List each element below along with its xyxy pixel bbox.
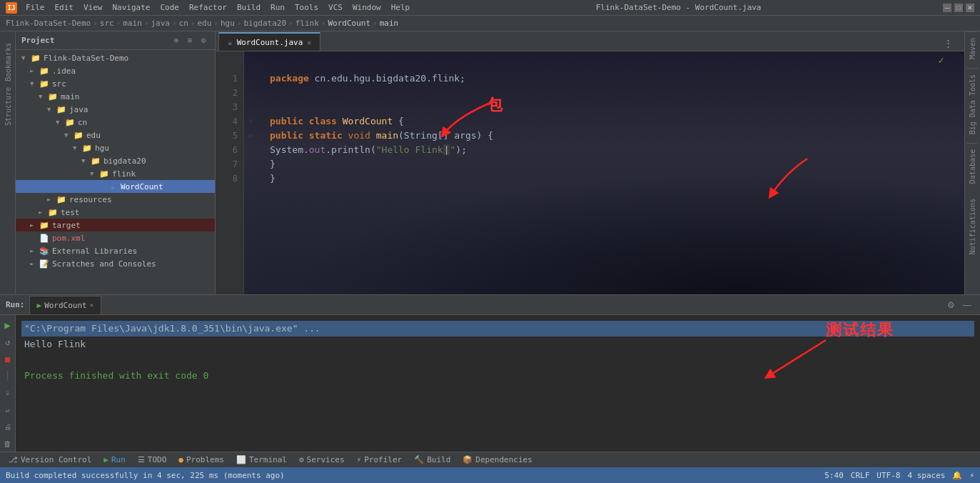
menu-bar: File Edit View Navigate Code Refactor Bu… (21, 2, 414, 13)
breadcrumb-part-1[interactable]: src (100, 19, 114, 28)
editor-tabs: ☕ WordCount.java ✕ ⋮ (216, 31, 964, 51)
panel-locate-icon[interactable]: ⊕ (171, 35, 182, 46)
bottom-tab-profiler-label: Profiler (364, 455, 402, 464)
tree-root[interactable]: ▼ 📁 Flink-DataSet-Demo (16, 51, 215, 64)
run-play-icon[interactable]: ▶ (1, 318, 15, 332)
bottom-tab-terminal[interactable]: ⬜ Terminal (231, 453, 293, 467)
code-line-5: public static void main(String[] args) { (270, 129, 953, 143)
run-tab-label: WordCount (44, 301, 87, 310)
run-tab-close-icon[interactable]: ✕ (90, 302, 94, 309)
tree-item-edu[interactable]: ▼ 📁 edu (16, 129, 215, 141)
code-line-7: } (270, 157, 953, 171)
breadcrumb-part-2[interactable]: main (123, 19, 142, 28)
project-panel-title: Project (21, 36, 54, 45)
right-sidebar: Maven Big Data Tools Database Notificati… (964, 31, 980, 294)
maximize-button[interactable]: □ (954, 4, 963, 12)
panel-settings-icon[interactable]: ⚙ (198, 35, 209, 46)
breadcrumb-part-5[interactable]: edu (197, 19, 211, 28)
tree-item-scratches[interactable]: ► 📝 Scratches and Consoles (16, 257, 215, 270)
run-icon: ▶ (103, 455, 108, 464)
tree-item-src[interactable]: ▼ 📁 src (16, 77, 215, 90)
tree-item-bigdata20[interactable]: ▼ 📁 bigdata20 (16, 154, 215, 167)
menu-help[interactable]: Help (387, 2, 415, 13)
services-icon: ⚙ (299, 455, 304, 464)
breadcrumb-part-0[interactable]: Flink-DataSet-Demo (6, 19, 91, 28)
status-charset: UTF-8 (877, 471, 900, 480)
menu-code[interactable]: Code (156, 2, 183, 13)
menu-file[interactable]: File (21, 2, 49, 13)
tree-item-wordcount[interactable]: ☕ WordCount (16, 180, 215, 193)
bottom-tab-services[interactable]: ⚙ Services (293, 453, 350, 467)
bookmarks-icon[interactable]: Bookmarks (1, 56, 14, 69)
menu-refactor[interactable]: Refactor (185, 2, 231, 13)
status-notification-icon[interactable]: 🔔 (952, 471, 962, 480)
editor-tab-wordcount[interactable]: ☕ WordCount.java ✕ (218, 32, 320, 51)
editor-body: 1 2 3 4 5 6 7 8 ▶ ▶ (216, 51, 964, 294)
menu-tools[interactable]: Tools (291, 2, 323, 13)
tree-item-idea[interactable]: ► 📁 .idea (16, 64, 215, 77)
tree-item-cn[interactable]: ▼ 📁 cn (16, 116, 215, 129)
breadcrumb-part-4[interactable]: cn (179, 19, 188, 28)
bottom-tab-todo[interactable]: ☰ TODO (132, 453, 173, 467)
tree-item-flink[interactable]: ▼ 📁 flink (16, 167, 215, 180)
menu-vcs[interactable]: VCS (324, 2, 347, 13)
breadcrumb-part-8[interactable]: flink (295, 19, 319, 28)
menu-window[interactable]: Window (348, 2, 385, 13)
run-panel: Run: ▶ WordCount ✕ ⚙ — ▶ ↺ ■ ⇓ ↵ 🖨 (0, 294, 980, 452)
tree-item-resources[interactable]: ► 📁 resources (16, 193, 215, 206)
tree-item-pom[interactable]: 📄 pom.xml (16, 231, 215, 244)
run-clear-icon[interactable]: 🗑 (1, 437, 15, 451)
breadcrumb-part-7[interactable]: bigdata20 (243, 19, 286, 28)
tab-close-icon[interactable]: ✕ (307, 39, 311, 46)
bottom-tab-build[interactable]: 🔨 Build (408, 453, 456, 467)
run-wrap-icon[interactable]: ↵ (1, 402, 15, 417)
run-header-actions: ⚙ — (944, 298, 974, 312)
run-print-icon[interactable]: 🖨 (1, 419, 15, 434)
bottom-tab-vcs[interactable]: ⎇ Version Control (3, 453, 97, 467)
title-bar-left: IJ File Edit View Navigate Code Refactor… (6, 2, 414, 14)
menu-edit[interactable]: Edit (51, 2, 79, 13)
run-scroll-icon[interactable]: ⇓ (1, 385, 15, 399)
right-tab-database[interactable]: Database (966, 143, 979, 189)
breadcrumb-part-3[interactable]: java (151, 19, 170, 28)
right-tab-notifications[interactable]: Notifications (966, 193, 979, 260)
tree-item-test[interactable]: ► 📁 test (16, 206, 215, 219)
run-close-button[interactable]: — (960, 298, 974, 312)
bottom-tab-run[interactable]: ▶ Run (98, 453, 131, 467)
bottom-tab-todo-label: TODO (148, 455, 167, 464)
window-title: Flink-DataSet-Demo - WordCount.java (596, 3, 762, 12)
breadcrumb-part-6[interactable]: hgu (221, 19, 235, 28)
tree-item-main[interactable]: ▼ 📁 main (16, 90, 215, 103)
tree-item-target[interactable]: ► 📁 target (16, 219, 215, 231)
status-extra-icon[interactable]: ⚡ (969, 471, 974, 480)
bottom-tab-dependencies[interactable]: 📦 Dependencies (457, 453, 537, 467)
run-tab-wordcount[interactable]: ▶ WordCount ✕ (29, 296, 102, 314)
close-button[interactable]: ✕ (966, 4, 974, 12)
bottom-tab-profiler[interactable]: ⚡ Profiler (351, 453, 408, 467)
right-tab-maven[interactable]: Maven (966, 31, 979, 65)
menu-view[interactable]: View (79, 2, 107, 13)
minimize-button[interactable]: ─ (943, 4, 951, 12)
folder-icon-resources: 📁 (56, 194, 67, 205)
right-tab-bigdata[interactable]: Big Data Tools (966, 68, 979, 140)
tree-item-external-libs[interactable]: ► 📚 External Libraries (16, 244, 215, 257)
run-settings-button[interactable]: ⚙ (944, 298, 958, 312)
bottom-tab-problems[interactable]: ● Problems (173, 453, 230, 467)
bottom-tab-run-label: Run (111, 455, 126, 464)
settings-button[interactable]: ⋮ (940, 35, 956, 51)
run-rerun-icon[interactable]: ↺ (1, 335, 15, 349)
code-area[interactable]: package cn.edu.hgu.bigdata20.flink; publ… (258, 51, 964, 294)
panel-collapse-icon[interactable]: ≡ (184, 35, 196, 46)
breadcrumb-part-9[interactable]: WordCount (328, 19, 370, 28)
run-stop-icon[interactable]: ■ (1, 352, 15, 367)
structure-icon[interactable]: Structure (1, 100, 14, 113)
menu-build[interactable]: Build (233, 2, 265, 13)
menu-run[interactable]: Run (266, 2, 289, 13)
title-bar: IJ File Edit View Navigate Code Refactor… (0, 0, 980, 16)
menu-navigate[interactable]: Navigate (108, 2, 155, 13)
panel-header-actions: ⊕ ≡ ⚙ (171, 35, 209, 46)
breadcrumb-part-10[interactable]: main (380, 19, 399, 28)
folder-icon-bigdata20: 📁 (90, 155, 101, 166)
tree-item-java[interactable]: ▼ 📁 java (16, 103, 215, 116)
tree-item-hgu[interactable]: ▼ 📁 hgu (16, 141, 215, 154)
